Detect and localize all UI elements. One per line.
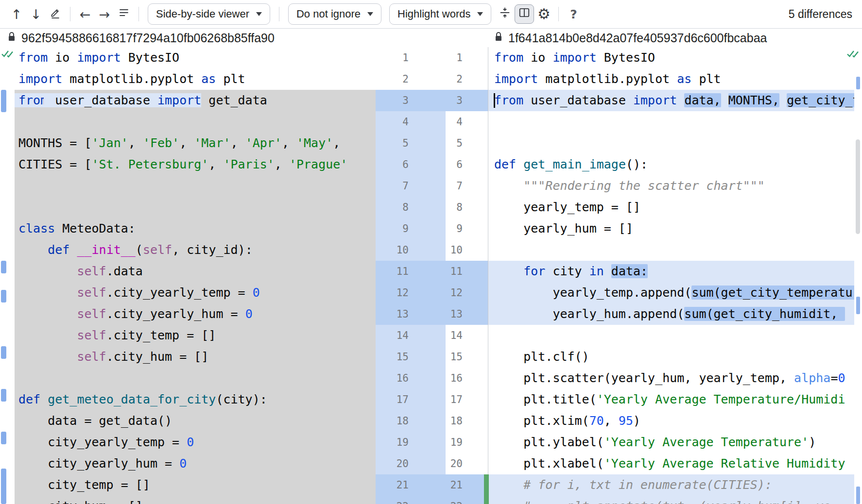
code-line[interactable]: data = get_data() xyxy=(15,410,376,432)
right-scrollbar[interactable] xyxy=(854,47,862,504)
code-line[interactable] xyxy=(15,368,376,389)
left-line-number: 3 xyxy=(376,90,415,111)
compare-previous-file-button[interactable]: ← xyxy=(75,4,95,24)
code-token: self xyxy=(77,328,106,342)
code-line[interactable]: for city in data: xyxy=(488,261,854,282)
left-editor-pane[interactable]: from io import BytesIOimport matplotlib.… xyxy=(15,47,376,504)
gutter-connector xyxy=(415,175,446,197)
code-line[interactable] xyxy=(15,175,376,197)
code-line[interactable]: """Rendering the scatter chart""" xyxy=(488,175,854,197)
changed-files-list-button[interactable] xyxy=(114,4,134,24)
code-line[interactable] xyxy=(15,111,376,133)
change-marker[interactable] xyxy=(856,487,860,504)
left-line-number: 17 xyxy=(376,389,415,410)
right-line-number: 22 xyxy=(446,496,488,504)
code-token: plt.clf() xyxy=(494,350,589,364)
change-marker[interactable] xyxy=(856,77,860,89)
change-marker[interactable] xyxy=(1,290,6,302)
right-editor-pane[interactable]: from io import BytesIOimport matplotlib.… xyxy=(488,47,854,504)
change-marker[interactable] xyxy=(1,389,6,402)
code-line[interactable]: def get_main_image(): xyxy=(488,154,854,175)
code-token: yearly_hum.append( xyxy=(494,307,684,321)
code-line[interactable] xyxy=(488,111,854,133)
code-token: 0 xyxy=(187,435,194,449)
highlight-mode-dropdown[interactable]: Highlight words xyxy=(389,3,491,25)
gutter-connector xyxy=(415,389,446,410)
code-token: city xyxy=(545,264,589,278)
code-line[interactable]: yearly_temp.append(sum(get_city_temperat… xyxy=(488,282,854,303)
code-token: # plt.annotate(txt, (yearly_hum[i], ye xyxy=(523,499,830,504)
code-line[interactable]: CITIES = ['St. Petersburg', 'Paris', 'Pr… xyxy=(15,154,376,175)
code-line[interactable]: from io import BytesIO xyxy=(15,47,376,68)
previous-difference-button[interactable]: ↑ xyxy=(7,4,26,24)
code-line[interactable]: import matplotlib.pyplot as plt xyxy=(15,68,376,90)
viewer-mode-dropdown[interactable]: Side-by-side viewer xyxy=(148,3,270,25)
code-line[interactable]: self.city_hum = [] xyxy=(15,346,376,368)
code-line[interactable] xyxy=(15,197,376,218)
code-line[interactable]: self.city_temp = [] xyxy=(15,325,376,346)
synchronize-panels-toggle[interactable] xyxy=(515,4,534,24)
change-marker[interactable] xyxy=(1,432,6,444)
code-line[interactable]: city_hum = [] xyxy=(15,496,376,504)
code-line[interactable]: plt.xlim(70, 95) xyxy=(488,410,854,432)
code-line[interactable]: plt.scatter(yearly_hum, yearly_temp, alp… xyxy=(488,368,854,389)
left-line-number: 9 xyxy=(376,218,415,239)
code-line[interactable]: from io import BytesIO xyxy=(488,47,854,68)
change-marker[interactable] xyxy=(856,297,860,314)
gutter-row: 1818 xyxy=(376,410,488,432)
code-line[interactable]: city_yearly_hum = 0 xyxy=(15,453,376,474)
code-line[interactable]: MONTHS = ['Jan', 'Feb', 'Mar', 'Apr', 'M… xyxy=(15,133,376,154)
whitespace-policy-dropdown[interactable]: Do not ignore xyxy=(288,3,381,25)
code-line[interactable]: self.data xyxy=(15,261,376,282)
code-line[interactable]: yearly_hum = [] xyxy=(488,218,854,239)
code-line[interactable]: city_temp = [] xyxy=(15,474,376,496)
code-line[interactable]: self.city_yearly_hum = 0 xyxy=(15,303,376,325)
code-line[interactable]: def get_meteo_data_for_city(city): xyxy=(15,389,376,410)
left-line-number: 4 xyxy=(376,111,415,133)
code-line[interactable] xyxy=(488,239,854,261)
right-line-number: 9 xyxy=(446,218,488,239)
change-marker[interactable] xyxy=(1,90,6,112)
code-line[interactable] xyxy=(488,325,854,346)
code-line[interactable]: class MeteoData: xyxy=(15,218,376,239)
code-line[interactable]: city_yearly_temp = 0 xyxy=(15,432,376,453)
code-line[interactable]: # for i, txt in enumerate(CITIES): xyxy=(488,474,854,496)
scrollbar-thumb[interactable] xyxy=(856,139,860,234)
code-line[interactable] xyxy=(488,133,854,154)
right-line-number: 4 xyxy=(446,111,488,133)
code-line[interactable]: # plt.annotate(txt, (yearly_hum[i], ye xyxy=(488,496,854,504)
change-marker[interactable] xyxy=(1,261,6,273)
right-line-number: 12 xyxy=(446,282,488,303)
code-line[interactable]: plt.clf() xyxy=(488,346,854,368)
code-line[interactable]: yearly_temp = [] xyxy=(488,197,854,218)
left-line-number: 16 xyxy=(376,368,415,389)
code-token xyxy=(494,478,523,492)
change-marker[interactable] xyxy=(1,346,6,359)
code-line[interactable]: yearly_hum.append(sum(get_city_humidit, xyxy=(488,303,854,325)
code-line[interactable]: from user_database import get_data xyxy=(15,90,376,111)
code-token: as xyxy=(677,72,691,86)
edit-source-button[interactable] xyxy=(46,4,65,24)
code-token: ( xyxy=(136,243,143,257)
code-line[interactable]: def __init__(self, city_id): xyxy=(15,239,376,261)
compare-next-file-button[interactable]: → xyxy=(95,4,114,24)
code-line[interactable]: plt.title('Yearly Average Temperature/Hu… xyxy=(488,389,854,410)
code-line[interactable]: import matplotlib.pyplot as plt xyxy=(488,68,854,90)
change-marker[interactable] xyxy=(1,469,6,504)
next-difference-button[interactable]: ↓ xyxy=(26,4,46,24)
collapse-unchanged-button[interactable] xyxy=(495,4,515,24)
gear-icon: ⚙ xyxy=(537,7,551,21)
toolbar-separator xyxy=(70,7,70,21)
code-line[interactable]: plt.xlabel('Yearly Average Relative Humi… xyxy=(488,453,854,474)
left-scroll-map[interactable] xyxy=(0,47,15,504)
settings-button[interactable]: ⚙ xyxy=(534,4,553,24)
code-token: matplotlib.pyplot xyxy=(62,72,201,86)
code-token: .city_yearly_hum = xyxy=(106,307,245,321)
code-line[interactable]: plt.ylabel('Yearly Average Temperature') xyxy=(488,432,854,453)
code-line[interactable]: self.city_yearly_temp = 0 xyxy=(15,282,376,303)
help-button[interactable]: ? xyxy=(564,4,583,24)
code-token: from xyxy=(494,50,523,65)
chevron-down-icon xyxy=(477,12,483,16)
code-line[interactable]: from user_database import data, MONTHS, … xyxy=(488,90,854,111)
double-check-icon xyxy=(1,49,15,61)
